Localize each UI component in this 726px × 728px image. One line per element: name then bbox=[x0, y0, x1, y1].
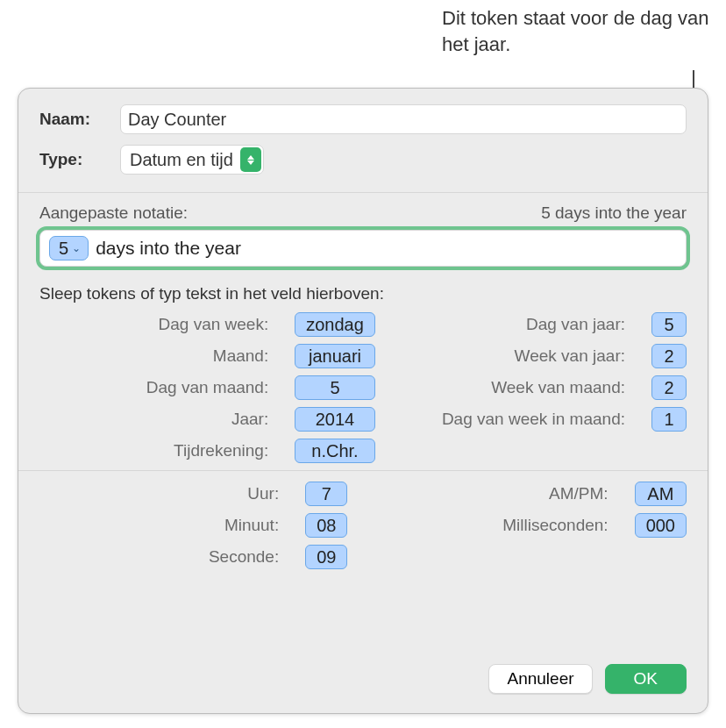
token-milliseconds[interactable]: 000 bbox=[635, 513, 687, 538]
cancel-button[interactable]: Annuleer bbox=[488, 664, 592, 694]
label-hour: Uur: bbox=[39, 484, 284, 503]
token-day-of-week[interactable]: zondag bbox=[295, 312, 375, 337]
label-week-of-year: Week van jaar: bbox=[396, 346, 630, 366]
custom-format-label: Aangepaste notatie: bbox=[39, 203, 188, 223]
callout-annotation: Dit token staat voor de dag van het jaar… bbox=[442, 5, 710, 57]
token-year[interactable]: 2014 bbox=[295, 407, 375, 432]
token-week-of-month[interactable]: 2 bbox=[651, 375, 687, 400]
divider bbox=[18, 192, 708, 193]
chevron-down-icon: ⌄ bbox=[72, 242, 81, 254]
label-year: Jaar: bbox=[39, 410, 274, 429]
label-week-of-month: Week van maand: bbox=[396, 378, 630, 397]
format-dialog: Naam: Type: Datum en tijd Aangepaste not… bbox=[18, 88, 708, 714]
label-day-of-week-in-month: Dag van week in maand: bbox=[396, 410, 630, 429]
label-ampm: AM/PM: bbox=[368, 484, 613, 503]
token-hour[interactable]: 7 bbox=[305, 482, 347, 506]
token-second[interactable]: 09 bbox=[305, 545, 347, 569]
format-token-day-of-year[interactable]: 5 ⌄ bbox=[49, 236, 89, 261]
divider bbox=[18, 470, 708, 471]
label-minute: Minuut: bbox=[39, 516, 284, 535]
name-input[interactable] bbox=[120, 104, 687, 134]
label-month: Maand: bbox=[39, 346, 274, 366]
token-month[interactable]: januari bbox=[295, 344, 375, 368]
token-minute[interactable]: 08 bbox=[305, 513, 347, 538]
name-label: Naam: bbox=[39, 110, 110, 129]
label-day-of-month: Dag van maand: bbox=[39, 378, 274, 397]
label-era: Tijdrekening: bbox=[39, 441, 274, 460]
token-day-of-week-in-month[interactable]: 1 bbox=[651, 407, 687, 432]
token-week-of-year[interactable]: 2 bbox=[651, 344, 687, 368]
format-trailing-text: days into the year bbox=[96, 238, 241, 259]
token-day-of-year[interactable]: 5 bbox=[651, 312, 687, 337]
type-select[interactable]: Datum en tijd bbox=[120, 145, 264, 175]
type-label: Type: bbox=[39, 150, 110, 169]
custom-format-field[interactable]: 5 ⌄ days into the year bbox=[39, 230, 687, 267]
tokens-intro-label: Sleep tokens of typ tekst in het veld hi… bbox=[39, 284, 687, 303]
label-milliseconds: Milliseconden: bbox=[368, 516, 613, 535]
format-token-value: 5 bbox=[59, 239, 68, 259]
time-tokens-grid: Uur: 7 AM/PM: AM Minuut: 08 Milliseconde… bbox=[39, 482, 687, 569]
ok-button[interactable]: OK bbox=[605, 664, 687, 694]
date-tokens-grid: Dag van week: zondag Dag van jaar: 5 Maa… bbox=[39, 312, 687, 463]
token-era[interactable]: n.Chr. bbox=[295, 439, 375, 463]
label-day-of-year: Dag van jaar: bbox=[396, 315, 630, 334]
token-day-of-month[interactable]: 5 bbox=[295, 375, 375, 400]
custom-format-preview: 5 days into the year bbox=[541, 203, 687, 223]
token-ampm[interactable]: AM bbox=[635, 482, 687, 506]
dialog-footer: Annuleer OK bbox=[18, 650, 708, 699]
label-second: Seconde: bbox=[39, 547, 284, 567]
label-day-of-week: Dag van week: bbox=[39, 315, 274, 334]
